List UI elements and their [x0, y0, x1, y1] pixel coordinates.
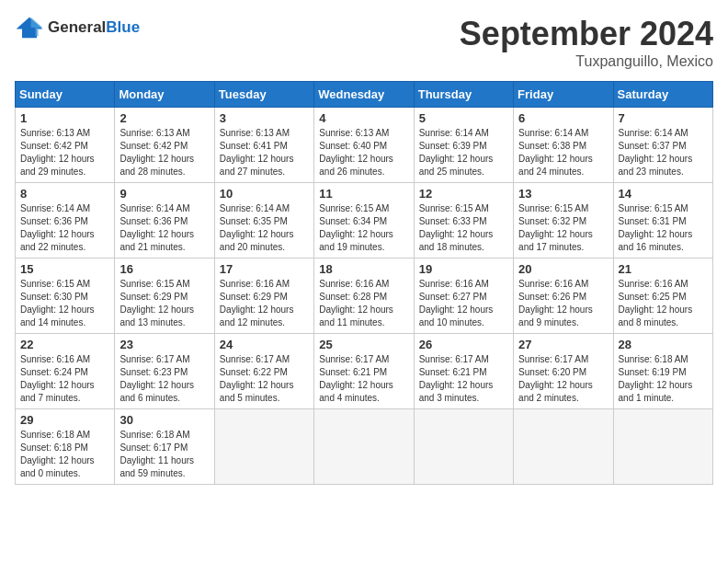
day-number: 16 — [119, 262, 209, 276]
calendar-cell: 19Sunrise: 6:16 AM Sunset: 6:27 PM Dayli… — [414, 259, 513, 334]
day-info: Sunrise: 6:13 AM Sunset: 6:40 PM Dayligh… — [319, 127, 408, 178]
day-info: Sunrise: 6:18 AM Sunset: 6:18 PM Dayligh… — [20, 429, 109, 480]
day-info: Sunrise: 6:14 AM Sunset: 6:37 PM Dayligh… — [619, 127, 708, 178]
calendar-cell: 17Sunrise: 6:16 AM Sunset: 6:29 PM Dayli… — [214, 259, 313, 334]
day-number: 21 — [619, 262, 708, 276]
calendar-cell: 20Sunrise: 6:16 AM Sunset: 6:26 PM Dayli… — [514, 259, 613, 334]
calendar-cell: 15Sunrise: 6:15 AM Sunset: 6:30 PM Dayli… — [16, 259, 115, 334]
day-number: 7 — [619, 111, 708, 125]
day-info: Sunrise: 6:15 AM Sunset: 6:32 PM Dayligh… — [518, 202, 608, 254]
calendar-cell: 26Sunrise: 6:17 AM Sunset: 6:21 PM Dayli… — [414, 334, 513, 409]
day-info: Sunrise: 6:14 AM Sunset: 6:38 PM Dayligh… — [518, 127, 608, 178]
calendar-week-row: 15Sunrise: 6:15 AM Sunset: 6:30 PM Dayli… — [16, 259, 713, 334]
day-number: 22 — [20, 338, 109, 351]
calendar-cell: 13Sunrise: 6:15 AM Sunset: 6:32 PM Dayli… — [514, 183, 613, 259]
logo-icon — [15, 15, 44, 40]
title-block: September 2024 Tuxpanguillo, Mexico — [460, 15, 713, 70]
calendar-cell — [214, 409, 313, 485]
calendar-cell: 1Sunrise: 6:13 AM Sunset: 6:42 PM Daylig… — [16, 108, 115, 183]
day-number: 23 — [119, 338, 209, 351]
day-info: Sunrise: 6:16 AM Sunset: 6:27 PM Dayligh… — [419, 278, 508, 329]
day-info: Sunrise: 6:15 AM Sunset: 6:33 PM Dayligh… — [419, 202, 508, 254]
calendar-cell: 30Sunrise: 6:18 AM Sunset: 6:17 PM Dayli… — [115, 409, 214, 485]
calendar-cell: 9Sunrise: 6:14 AM Sunset: 6:36 PM Daylig… — [115, 183, 214, 259]
day-number: 26 — [419, 338, 508, 351]
day-number: 8 — [20, 187, 109, 201]
day-number: 30 — [119, 413, 209, 427]
day-number: 12 — [419, 187, 508, 201]
day-number: 13 — [518, 187, 608, 201]
page-header: GeneralBlue September 2024 Tuxpanguillo,… — [15, 15, 713, 70]
day-number: 6 — [518, 111, 608, 125]
day-number: 11 — [319, 187, 408, 201]
calendar-cell: 12Sunrise: 6:15 AM Sunset: 6:33 PM Dayli… — [414, 183, 513, 259]
day-info: Sunrise: 6:16 AM Sunset: 6:29 PM Dayligh… — [220, 278, 309, 329]
day-number: 24 — [220, 338, 309, 351]
day-info: Sunrise: 6:14 AM Sunset: 6:35 PM Dayligh… — [220, 202, 309, 254]
day-info: Sunrise: 6:13 AM Sunset: 6:41 PM Dayligh… — [220, 127, 309, 178]
day-info: Sunrise: 6:18 AM Sunset: 6:19 PM Dayligh… — [619, 353, 708, 405]
day-number: 25 — [319, 338, 408, 351]
day-info: Sunrise: 6:14 AM Sunset: 6:36 PM Dayligh… — [119, 202, 209, 254]
day-number: 29 — [20, 413, 109, 427]
calendar-cell: 16Sunrise: 6:15 AM Sunset: 6:29 PM Dayli… — [115, 259, 214, 334]
calendar-cell — [414, 409, 513, 485]
calendar-table: Sunday Monday Tuesday Wednesday Thursday… — [15, 81, 713, 485]
logo-general: General — [48, 18, 106, 36]
calendar-cell: 24Sunrise: 6:17 AM Sunset: 6:22 PM Dayli… — [214, 334, 313, 409]
calendar-cell: 27Sunrise: 6:17 AM Sunset: 6:20 PM Dayli… — [514, 334, 613, 409]
logo-blue: Blue — [106, 18, 140, 36]
calendar-cell: 28Sunrise: 6:18 AM Sunset: 6:19 PM Dayli… — [613, 334, 712, 409]
calendar-week-row: 29Sunrise: 6:18 AM Sunset: 6:18 PM Dayli… — [16, 409, 713, 485]
day-number: 1 — [20, 111, 109, 125]
day-info: Sunrise: 6:15 AM Sunset: 6:34 PM Dayligh… — [319, 202, 408, 254]
day-number: 18 — [319, 262, 408, 276]
day-number: 14 — [619, 187, 708, 201]
day-number: 28 — [619, 338, 708, 351]
day-number: 5 — [419, 111, 508, 125]
calendar-cell: 8Sunrise: 6:14 AM Sunset: 6:36 PM Daylig… — [16, 183, 115, 259]
col-thursday: Thursday — [414, 82, 513, 108]
col-saturday: Saturday — [613, 82, 712, 108]
day-info: Sunrise: 6:17 AM Sunset: 6:22 PM Dayligh… — [220, 353, 309, 405]
location: Tuxpanguillo, Mexico — [460, 53, 713, 70]
day-info: Sunrise: 6:13 AM Sunset: 6:42 PM Dayligh… — [119, 127, 209, 178]
day-number: 3 — [220, 111, 309, 125]
day-info: Sunrise: 6:15 AM Sunset: 6:31 PM Dayligh… — [619, 202, 708, 254]
calendar-cell: 10Sunrise: 6:14 AM Sunset: 6:35 PM Dayli… — [214, 183, 313, 259]
day-info: Sunrise: 6:17 AM Sunset: 6:20 PM Dayligh… — [518, 353, 608, 405]
logo-text: GeneralBlue — [48, 18, 140, 37]
calendar-cell — [314, 409, 414, 485]
day-info: Sunrise: 6:17 AM Sunset: 6:21 PM Dayligh… — [319, 353, 408, 405]
calendar-cell: 11Sunrise: 6:15 AM Sunset: 6:34 PM Dayli… — [314, 183, 414, 259]
day-number: 19 — [419, 262, 508, 276]
day-info: Sunrise: 6:17 AM Sunset: 6:21 PM Dayligh… — [419, 353, 508, 405]
day-info: Sunrise: 6:14 AM Sunset: 6:39 PM Dayligh… — [419, 127, 508, 178]
day-number: 15 — [20, 262, 109, 276]
day-info: Sunrise: 6:15 AM Sunset: 6:29 PM Dayligh… — [119, 278, 209, 329]
day-number: 4 — [319, 111, 408, 125]
day-info: Sunrise: 6:15 AM Sunset: 6:30 PM Dayligh… — [20, 278, 109, 329]
day-number: 9 — [119, 187, 209, 201]
calendar-cell — [514, 409, 613, 485]
col-monday: Monday — [115, 82, 214, 108]
calendar-cell: 5Sunrise: 6:14 AM Sunset: 6:39 PM Daylig… — [414, 108, 513, 183]
calendar-cell: 2Sunrise: 6:13 AM Sunset: 6:42 PM Daylig… — [115, 108, 214, 183]
day-info: Sunrise: 6:16 AM Sunset: 6:28 PM Dayligh… — [319, 278, 408, 329]
day-info: Sunrise: 6:14 AM Sunset: 6:36 PM Dayligh… — [20, 202, 109, 254]
calendar-cell: 25Sunrise: 6:17 AM Sunset: 6:21 PM Dayli… — [314, 334, 414, 409]
month-title: September 2024 — [460, 15, 713, 53]
calendar-cell: 4Sunrise: 6:13 AM Sunset: 6:40 PM Daylig… — [314, 108, 414, 183]
col-tuesday: Tuesday — [214, 82, 313, 108]
calendar-cell: 21Sunrise: 6:16 AM Sunset: 6:25 PM Dayli… — [613, 259, 712, 334]
calendar-cell: 6Sunrise: 6:14 AM Sunset: 6:38 PM Daylig… — [514, 108, 613, 183]
day-number: 2 — [119, 111, 209, 125]
calendar-cell: 14Sunrise: 6:15 AM Sunset: 6:31 PM Dayli… — [613, 183, 712, 259]
day-number: 20 — [518, 262, 608, 276]
calendar-week-row: 1Sunrise: 6:13 AM Sunset: 6:42 PM Daylig… — [16, 108, 713, 183]
day-info: Sunrise: 6:18 AM Sunset: 6:17 PM Dayligh… — [119, 429, 209, 480]
calendar-cell: 23Sunrise: 6:17 AM Sunset: 6:23 PM Dayli… — [115, 334, 214, 409]
day-number: 27 — [518, 338, 608, 351]
day-info: Sunrise: 6:16 AM Sunset: 6:24 PM Dayligh… — [20, 353, 109, 405]
calendar-cell: 3Sunrise: 6:13 AM Sunset: 6:41 PM Daylig… — [214, 108, 313, 183]
